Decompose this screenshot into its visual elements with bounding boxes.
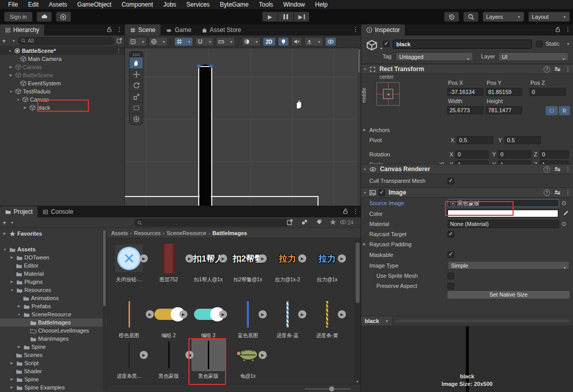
- undo-history-button[interactable]: [444, 12, 459, 22]
- tree-row[interactable]: ▶Spine: [0, 343, 107, 351]
- pivot-x-field[interactable]: 0.5: [457, 136, 493, 144]
- collapse-sprite-icon[interactable]: ◀: [185, 351, 194, 359]
- expand-sprite-icon[interactable]: ▶: [259, 254, 267, 263]
- preview-drag-handle[interactable]: [393, 320, 573, 322]
- static-caret[interactable]: ▼: [566, 42, 570, 46]
- foldout-icon[interactable]: ▶: [363, 242, 366, 246]
- tree-scrollbar[interactable]: [103, 229, 106, 391]
- asset-item[interactable]: ▶ 蓝色底图: [228, 298, 268, 339]
- asset-item[interactable]: ▶▶ 编组 2: [149, 298, 188, 339]
- create-asset-button[interactable]: +: [3, 219, 7, 226]
- lock-icon[interactable]: [342, 208, 348, 214]
- favorites-row[interactable]: ▶ Favorites: [0, 229, 107, 238]
- asset-item-selected[interactable]: ◀ 黑色蒙版: [188, 339, 228, 380]
- tree-row[interactable]: ▶DOTween: [0, 253, 107, 262]
- expand-sprite-icon[interactable]: ▶: [338, 310, 346, 318]
- step-button[interactable]: ▶: [294, 12, 309, 22]
- kebab-menu-icon[interactable]: ⋮: [565, 66, 571, 73]
- height-field[interactable]: 781.1477: [486, 106, 522, 114]
- pivot-y-field[interactable]: 0.5: [504, 136, 541, 144]
- anchor-preset-widget[interactable]: [376, 82, 400, 106]
- tree-row[interactable]: ▶Script: [0, 359, 107, 367]
- expand-sprite-icon[interactable]: ▶: [140, 254, 148, 263]
- blueprint-mode-button[interactable]: [546, 106, 558, 115]
- asset-item[interactable]: ▶ 进度条黑...: [109, 339, 149, 380]
- draw-mode-button[interactable]: ▼: [242, 37, 261, 46]
- expand-sprite-icon[interactable]: ▶: [219, 310, 227, 318]
- static-checkbox[interactable]: [536, 41, 543, 47]
- scale-tool-button[interactable]: [130, 91, 143, 102]
- foldout-icon[interactable]: ▶: [16, 304, 22, 308]
- set-native-size-button[interactable]: Set Native Size: [448, 291, 569, 299]
- project-search-input[interactable]: [134, 219, 290, 226]
- presets-icon[interactable]: [555, 168, 560, 171]
- breadcrumb-item[interactable]: BattleImages: [212, 230, 247, 236]
- menu-tools[interactable]: Tools: [254, 1, 278, 8]
- menu-assets[interactable]: Assets: [44, 1, 72, 8]
- foldout-icon[interactable]: ▼: [7, 49, 13, 53]
- image-component-header[interactable]: ▼ Image ?⋮: [361, 187, 573, 198]
- kebab-menu-icon[interactable]: ⋮: [353, 26, 359, 33]
- type-filter-icon[interactable]: [301, 219, 308, 225]
- image-type-dropdown[interactable]: Simple▼: [448, 261, 569, 270]
- favorites-filter-icon[interactable]: [330, 219, 336, 225]
- rect-gizmo-edge[interactable]: [211, 66, 212, 206]
- 2d-mode-button[interactable]: 2D: [263, 37, 276, 46]
- active-checkbox[interactable]: [383, 41, 390, 47]
- raycast-target-checkbox[interactable]: [448, 231, 454, 238]
- foldout-icon[interactable]: ▶: [22, 106, 28, 110]
- hierarchy-row[interactable]: ▶ Canvas: [0, 63, 124, 71]
- material-field[interactable]: None (Material): [448, 220, 559, 228]
- tree-row[interactable]: ▼SceneResource: [0, 310, 107, 318]
- layers-dropdown[interactable]: Layers▼: [483, 12, 524, 22]
- thumbnail-size-slider[interactable]: [305, 388, 351, 389]
- rect-transform-header[interactable]: ▼ Rect Transform ?⋮: [361, 64, 573, 74]
- grid-scrollbar[interactable]: ▼: [355, 238, 361, 384]
- menu-component[interactable]: Component: [116, 1, 158, 8]
- tree-row[interactable]: ▼Resources: [0, 286, 107, 294]
- scene-tab[interactable]: Scene: [125, 24, 161, 36]
- expand-sprite-icon[interactable]: ▶: [259, 351, 267, 359]
- raw-edit-button[interactable]: R: [559, 106, 570, 115]
- expand-sprite-icon[interactable]: ▶: [259, 310, 267, 318]
- preview-header[interactable]: black▼: [361, 316, 573, 325]
- label-filter-icon[interactable]: [316, 219, 322, 225]
- rotate-tool-button[interactable]: [130, 80, 143, 91]
- expand-sprite-icon[interactable]: ▶: [185, 254, 194, 263]
- hierarchy-row[interactable]: ▼ Canvas: [0, 95, 124, 104]
- pause-button[interactable]: [278, 12, 294, 22]
- asset-item[interactable]: ▶扣1帮人▶ 扣1帮人@1x: [188, 242, 228, 283]
- help-icon[interactable]: ?: [544, 189, 550, 196]
- anchor-handle[interactable]: [209, 64, 213, 68]
- menu-jobs[interactable]: Jobs: [158, 1, 181, 8]
- tree-row[interactable]: ▶Plugins: [0, 278, 107, 286]
- menu-window[interactable]: Window: [278, 1, 310, 8]
- audio-mute-button[interactable]: [291, 37, 302, 46]
- object-picker-icon[interactable]: ⊙: [561, 220, 566, 227]
- asset-item[interactable]: ▶ 龟@1x: [228, 339, 268, 380]
- tree-row[interactable]: ▶Prefabs: [0, 302, 107, 310]
- expand-sprite-icon[interactable]: ▶: [298, 310, 306, 318]
- pos-x-field[interactable]: -37.16134: [447, 88, 484, 96]
- transform-tool-button[interactable]: [130, 113, 143, 124]
- foldout-icon[interactable]: ▼: [15, 98, 21, 102]
- hierarchy-row[interactable]: ▶ BattleScene: [0, 71, 124, 79]
- tree-row[interactable]: Material: [0, 270, 107, 278]
- kebab-menu-icon[interactable]: ⋮: [565, 26, 571, 33]
- foldout-icon[interactable]: ▶: [9, 280, 15, 284]
- foldout-icon[interactable]: ▶: [2, 232, 8, 236]
- play-button[interactable]: ▶: [262, 12, 278, 22]
- tree-row[interactable]: ChooseLevelImages: [0, 326, 107, 335]
- breadcrumb-item[interactable]: Assets: [111, 230, 128, 236]
- asset-item[interactable]: 黑色蒙版: [149, 339, 188, 380]
- sign-in-button[interactable]: Sign in: [4, 12, 33, 22]
- presets-icon[interactable]: [555, 68, 560, 71]
- asset-item[interactable]: 橙色底图: [109, 298, 149, 339]
- object-picker-icon[interactable]: ⊙: [561, 200, 566, 207]
- tree-row[interactable]: MainImages: [0, 335, 107, 343]
- create-asset-caret[interactable]: ▼: [11, 221, 14, 224]
- foldout-icon[interactable]: ▼: [363, 168, 367, 171]
- menu-services[interactable]: Services: [181, 1, 215, 8]
- add-object-button[interactable]: +: [2, 37, 6, 45]
- add-object-caret[interactable]: ▼: [12, 39, 16, 43]
